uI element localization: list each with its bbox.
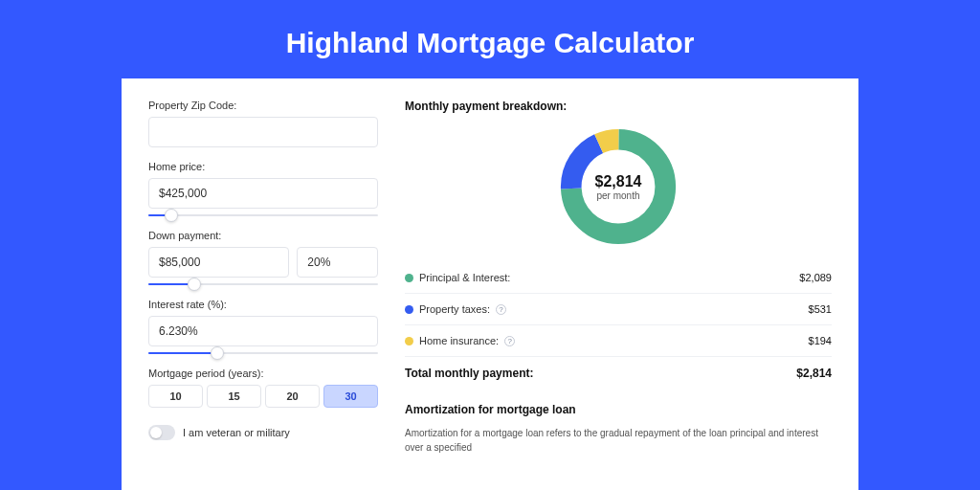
interest-rate-slider[interactable]: [148, 352, 378, 354]
donut-amount: $2,814: [595, 173, 642, 190]
period-btn-10[interactable]: 10: [148, 385, 203, 408]
help-icon[interactable]: ?: [496, 304, 506, 315]
form-panel: Property Zip Code: Home price: Down paym…: [148, 100, 378, 490]
down-payment-input[interactable]: [148, 247, 289, 278]
breakdown-panel: Monthly payment breakdown: $2,814 per mo…: [405, 100, 832, 490]
period-btn-15[interactable]: 15: [207, 385, 261, 408]
home-price-label: Home price:: [148, 161, 378, 172]
home-price-slider[interactable]: [148, 214, 378, 216]
breakdown-title: Monthly payment breakdown:: [405, 100, 832, 113]
amortization-text: Amortization for a mortgage loan refers …: [405, 426, 832, 455]
home-price-input[interactable]: [148, 178, 378, 209]
period-btn-30[interactable]: 30: [323, 385, 378, 408]
breakdown-item-value: $531: [809, 303, 832, 315]
period-btn-20[interactable]: 20: [265, 385, 320, 408]
interest-rate-input[interactable]: [148, 316, 378, 346]
total-label: Total monthly payment:: [405, 367, 533, 380]
breakdown-donut-chart: $2,814 per month: [556, 124, 680, 249]
veteran-toggle[interactable]: [148, 425, 175, 440]
breakdown-line: Property taxes:?$531: [405, 293, 832, 324]
legend-dot: [405, 337, 413, 345]
amortization-title: Amortization for mortgage loan: [405, 403, 832, 416]
legend-dot: [405, 274, 413, 282]
zip-label: Property Zip Code:: [148, 100, 378, 111]
down-payment-pct-input[interactable]: [297, 247, 378, 278]
slider-thumb[interactable]: [211, 346, 224, 360]
period-label: Mortgage period (years):: [148, 368, 378, 379]
total-value: $2,814: [796, 367, 832, 380]
breakdown-line: Home insurance:?$194: [405, 324, 832, 356]
breakdown-item-label: Property taxes:: [419, 303, 490, 315]
legend-dot: [405, 305, 413, 314]
page-title: Highland Mortgage Calculator: [286, 27, 695, 59]
help-icon[interactable]: ?: [504, 336, 515, 346]
breakdown-item-value: $2,089: [799, 272, 832, 283]
calculator-card: Property Zip Code: Home price: Down paym…: [122, 78, 858, 490]
donut-sublabel: per month: [595, 190, 642, 201]
slider-thumb[interactable]: [165, 209, 178, 222]
amortization-section: Amortization for mortgage loan Amortizat…: [405, 403, 832, 455]
breakdown-item-value: $194: [809, 335, 832, 346]
veteran-label: I am veteran or military: [183, 427, 290, 438]
breakdown-item-label: Home insurance:: [419, 335, 499, 346]
down-payment-slider[interactable]: [148, 283, 378, 285]
zip-input[interactable]: [148, 117, 378, 147]
interest-rate-label: Interest rate (%):: [148, 299, 378, 310]
breakdown-item-label: Principal & Interest:: [419, 272, 510, 283]
slider-thumb[interactable]: [188, 278, 201, 291]
down-payment-label: Down payment:: [148, 230, 378, 241]
breakdown-line: Principal & Interest:$2,089: [405, 262, 832, 293]
